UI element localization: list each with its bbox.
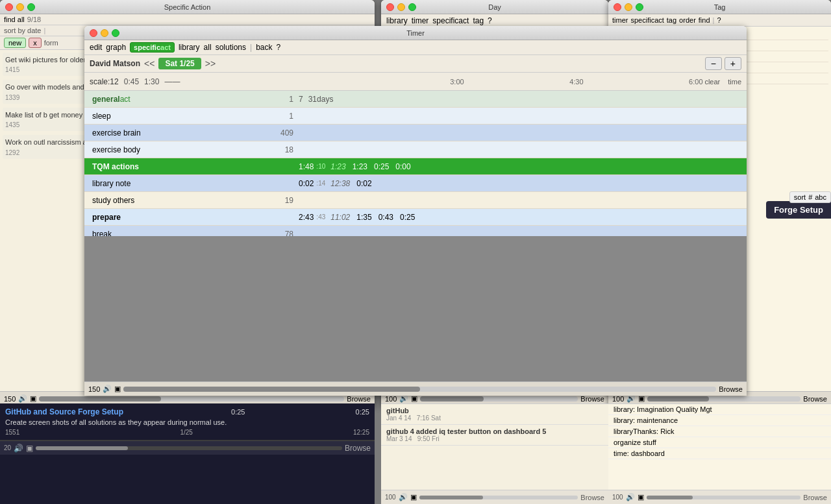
timer-minus-btn[interactable]: − [705,57,722,70]
entry1-date: 1/25 [180,429,192,436]
br-item-2[interactable]: library: maintenance [608,415,831,426]
close-btn-specific[interactable] [5,3,13,11]
clear-btn[interactable]: clear [704,78,720,86]
timer-graph-btn[interactable]: graph [106,43,126,52]
timer-all-btn[interactable]: all [204,43,212,52]
br-item-1[interactable]: library: Imagination Quality Mgt [608,404,831,415]
maximize-btn-timer[interactable] [112,29,119,37]
timer-next-btn[interactable]: >> [205,58,216,69]
zoom-level-specific: 150 [4,395,16,403]
forge-setup-btn[interactable]: Forge Setup [766,201,831,219]
minimize-btn-specific[interactable] [16,3,24,11]
row-name-study-others: study others [84,196,253,205]
browse-btn-tag[interactable]: Browse [803,395,827,403]
sort-btn-right[interactable]: sort [794,193,806,201]
hash-btn-right[interactable]: # [808,193,812,201]
timer-plus-btn[interactable]: + [725,57,741,70]
browse-btn-mid[interactable]: Browse [580,494,604,501]
time-btn[interactable]: time [728,78,741,86]
x-btn[interactable]: x [29,38,42,48]
mid-entry-1[interactable]: gitHub Jan 4 14 7:16 Sat [381,404,608,425]
row-tqm-actions[interactable]: TQM actions 1:48:10 1:23 1:23 0:25 0:00 [84,158,747,175]
timer-specific-btn[interactable]: specificact [130,42,175,53]
scroll-bar-mid[interactable] [419,496,578,499]
entry1-num: 1551 [5,429,19,436]
timer-title-text: Timer [84,29,747,37]
mid-entry-2[interactable]: github 4 added iq tester button on dashb… [381,425,608,446]
scale-times-2: 1:30 [144,77,159,86]
row-name-exercise-brain: exercise brain [84,128,253,138]
scroll-bar-bl[interactable] [36,446,342,450]
scale-header: scale:12 0:45 1:30 ―― 3:00 4:30 6:00 cle… [84,73,747,91]
tag-help-btn[interactable]: ? [717,16,721,24]
browse-btn-timer[interactable]: Browse [719,385,743,393]
row-times-prepare: 2:43:43 11:02 1:35 0:43 0:25 [299,213,415,222]
row-study-others[interactable]: study others 19 [84,192,747,209]
maximize-btn-day[interactable] [408,3,416,11]
minimize-btn-day[interactable] [397,3,405,11]
scroll-bar-day[interactable] [420,396,578,402]
timer-back-btn[interactable]: back [256,43,272,52]
br-item-3[interactable]: libraryThanks: Rick [608,426,831,437]
br-item-4[interactable]: organize stuff [608,437,831,448]
br-item-5[interactable]: time: dashboard [608,448,831,459]
browse-btn-right[interactable]: Browse [803,494,827,501]
timer-edit-btn[interactable]: edit [90,43,102,52]
speaker-icon: 🔊 [18,394,27,403]
browse-btn-bl[interactable]: Browse [345,444,371,453]
day-timer-btn[interactable]: timer [412,16,429,25]
row-num-exercise-body: 18 [253,145,299,154]
timer-library-btn[interactable]: library [179,43,200,52]
tag-find-btn[interactable]: find [699,16,710,24]
timer-solutions-btn[interactable]: solutions [216,43,246,52]
specific-toolbar: find all 9/18 [0,14,375,25]
day-specificact-btn[interactable]: specificact [432,16,469,25]
abc-btn-right[interactable]: abc [815,193,826,201]
timer-prev-btn[interactable]: << [144,58,155,69]
row-name-tqm: TQM actions [84,162,253,171]
tick-430: 4:30 [569,78,583,86]
minimize-btn-timer[interactable] [101,29,108,37]
row-break[interactable]: break 78 [84,226,747,236]
row-exercise-body[interactable]: exercise body 18 [84,141,747,158]
tqm-t3: 1:23 [353,162,367,171]
tag-title-bar: Tag [608,0,831,14]
close-btn-day[interactable] [386,3,394,11]
scroll-bar-tag[interactable] [647,396,800,402]
browse-btn-specific[interactable]: Browse [347,395,371,403]
scroll-bar-right[interactable] [647,496,801,499]
tqm-t4: 0:25 [374,162,389,171]
scroll-bar-specific[interactable] [39,396,344,402]
day-tag-btn[interactable]: tag [473,16,484,25]
timer-date[interactable]: Sat 1/25 [158,58,201,69]
row-library-note[interactable]: library note 0:02:14 12:38 0:02 [84,175,747,192]
tag-tag-btn[interactable]: tag [667,16,676,24]
zoom-icon-right: ▣ [638,493,644,501]
prep-t5: 0:25 [400,213,415,222]
row-exercise-brain[interactable]: exercise brain 409 [84,125,747,141]
maximize-btn-specific[interactable] [27,3,35,11]
find-label[interactable]: find all [4,16,25,23]
tqm-t1: 1:48 [299,162,314,171]
browse-btn-day[interactable]: Browse [580,395,604,403]
form-btn[interactable]: form [44,39,58,47]
bottom-left-panel: GitHub and Source Forge Setup 0:25 0:25 … [0,403,375,504]
tag-timer-btn[interactable]: timer [612,16,628,24]
clear-time-btns: clear time [699,78,747,86]
row-prepare[interactable]: prepare 2:43:43 11:02 1:35 0:43 0:25 [84,209,747,226]
close-btn-timer[interactable] [90,29,97,37]
prep-t4: 0:43 [378,213,393,222]
new-btn[interactable]: new [4,38,26,48]
tag-order-btn[interactable]: order [679,16,696,24]
scroll-bar-timer[interactable] [123,387,716,392]
row-general[interactable]: generalact 1 7 31days [84,91,747,108]
row-sleep[interactable]: sleep 1 [84,108,747,125]
close-btn-tag[interactable] [614,3,621,11]
day-help-btn[interactable]: ? [488,16,492,25]
timer-help-btn[interactable]: ? [276,43,280,52]
zoom-level-tag: 100 [612,395,624,403]
day-library-btn[interactable]: library [386,16,408,25]
minimize-btn-tag[interactable] [625,3,632,11]
tag-specificact-btn[interactable]: specificact [630,16,664,24]
maximize-btn-tag[interactable] [636,3,643,11]
